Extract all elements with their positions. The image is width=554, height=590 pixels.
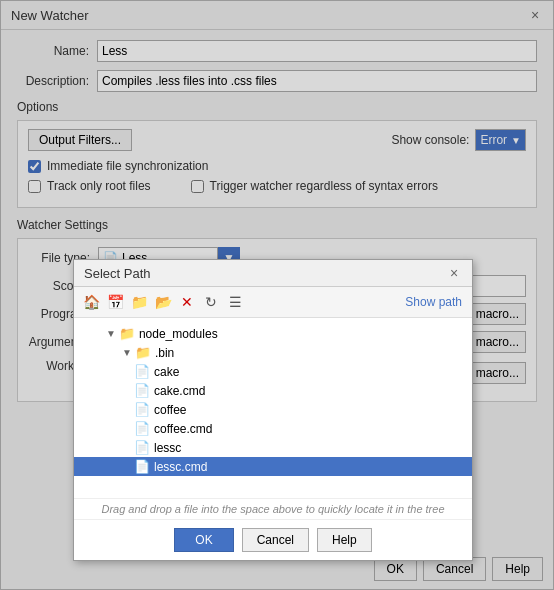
folder-icon: 📁 — [119, 326, 135, 341]
modal-ok-button[interactable]: OK — [174, 528, 233, 552]
tree-bin[interactable]: ▼ 📁 .bin — [74, 343, 472, 362]
tree-label: lessc — [154, 441, 181, 455]
modal-cancel-button[interactable]: Cancel — [242, 528, 309, 552]
tree-label: coffee — [154, 403, 186, 417]
show-path-button[interactable]: Show path — [401, 295, 466, 309]
modal-close-icon[interactable]: × — [446, 265, 462, 281]
home-icon[interactable]: 🏠 — [80, 291, 102, 313]
modal-title-bar: Select Path × — [74, 260, 472, 287]
tree-lessc[interactable]: 📄 lessc — [74, 438, 472, 457]
main-window: New Watcher × Name: Description: Options… — [0, 0, 554, 590]
tree-lessc-cmd[interactable]: 📄 lessc.cmd — [74, 457, 472, 476]
file-icon: 📄 — [134, 421, 150, 436]
folder-open-icon[interactable]: 📁 — [128, 291, 150, 313]
tree-cake-cmd[interactable]: 📄 cake.cmd — [74, 381, 472, 400]
modal-help-button[interactable]: Help — [317, 528, 372, 552]
tree-coffee-cmd[interactable]: 📄 coffee.cmd — [74, 419, 472, 438]
file-icon: 📄 — [134, 402, 150, 417]
drag-drop-hint: Drag and drop a file into the space abov… — [74, 498, 472, 519]
refresh-icon[interactable]: ↻ — [200, 291, 222, 313]
tree-coffee[interactable]: 📄 coffee — [74, 400, 472, 419]
calendar-icon[interactable]: 📅 — [104, 291, 126, 313]
file-icon: 📄 — [134, 364, 150, 379]
folder-icon: 📁 — [135, 345, 151, 360]
modal-title: Select Path — [84, 266, 151, 281]
tree-cake[interactable]: 📄 cake — [74, 362, 472, 381]
tree-arrow-icon: ▼ — [122, 347, 132, 358]
modal-overlay: Select Path × 🏠 📅 📁 📂 ✕ ↻ ☰ Show path ▼ … — [1, 1, 553, 589]
tree-label: coffee.cmd — [154, 422, 212, 436]
tree-label: cake.cmd — [154, 384, 205, 398]
menu-icon[interactable]: ☰ — [224, 291, 246, 313]
tree-label: node_modules — [139, 327, 218, 341]
new-folder-icon[interactable]: 📂 — [152, 291, 174, 313]
select-path-modal: Select Path × 🏠 📅 📁 📂 ✕ ↻ ☰ Show path ▼ … — [73, 259, 473, 561]
delete-icon[interactable]: ✕ — [176, 291, 198, 313]
file-icon: 📄 — [134, 459, 150, 474]
modal-toolbar: 🏠 📅 📁 📂 ✕ ↻ ☰ Show path — [74, 287, 472, 318]
modal-bottom-bar: OK Cancel Help — [74, 519, 472, 560]
tree-label: .bin — [155, 346, 174, 360]
tree-node-modules[interactable]: ▼ 📁 node_modules — [74, 324, 472, 343]
tree-arrow-icon: ▼ — [106, 328, 116, 339]
file-icon: 📄 — [134, 440, 150, 455]
file-icon: 📄 — [134, 383, 150, 398]
tree-label: cake — [154, 365, 179, 379]
file-tree: ▼ 📁 node_modules ▼ 📁 .bin 📄 cake 📄 cake.… — [74, 318, 472, 498]
tree-label: lessc.cmd — [154, 460, 207, 474]
